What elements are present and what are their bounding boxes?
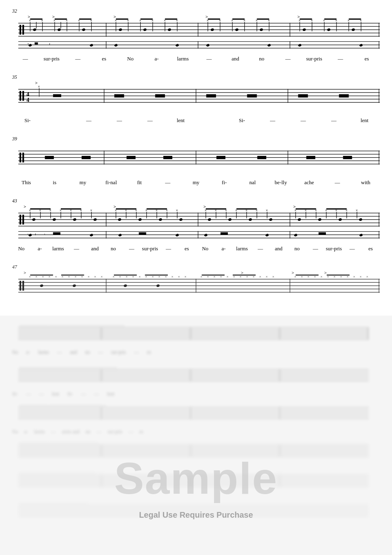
notation-system-2: 4 4 × [12,81,380,114]
lyric-word: — [257,117,288,124]
lyric-word: es [362,245,380,252]
svg-point-99 [175,44,179,47]
svg-point-262 [359,234,363,237]
svg-text:×: × [101,275,103,279]
svg-text:4: 4 [26,97,29,103]
svg-rect-149 [343,156,352,159]
svg-rect-137 [22,153,24,162]
lyric-word: lent [349,117,380,124]
lyric-word: with [351,179,380,186]
svg-point-261 [294,234,298,237]
svg-point-233 [318,218,321,221]
svg-text:×: × [178,275,180,279]
blurred-content-area: × × × × × × × × × × × × × × × × × × × × … [0,316,392,555]
svg-point-60 [259,28,263,31]
svg-point-255 [28,234,32,237]
lyric-word: es [353,56,380,62]
svg-point-235 [359,218,362,221]
svg-point-165 [32,218,36,221]
svg-rect-124 [114,94,124,97]
lyrics-line-2: Si- — — — lent Si- — — — lent [12,116,380,124]
lyric-word: — [196,56,222,62]
svg-text:×: × [355,208,358,213]
svg-text:>: > [24,271,26,275]
svg-text:>: > [52,15,55,19]
lyric-word: This [12,179,41,186]
svg-rect-114 [22,91,24,101]
svg-text:×: × [87,275,90,279]
notation-system-5: > × × × × × × × × × × × × × [12,271,380,295]
svg-point-166 [52,218,56,221]
svg-point-102 [298,44,302,47]
lyric-word: a- [214,245,233,252]
svg-point-103 [359,44,363,47]
svg-rect-155 [19,215,21,224]
svg-point-234 [338,218,342,221]
lyric-word: no [104,245,122,252]
svg-text:>: > [206,15,208,19]
lyric-word: a- [144,56,170,62]
lyric-word: — [122,245,141,252]
svg-text:×: × [266,275,268,279]
svg-rect-125 [155,94,165,97]
measure-number-47: 47 [12,264,380,270]
lyric-word: be-lly [267,179,295,186]
lyric-word: sur-pris [325,245,343,252]
svg-rect-136 [19,153,21,162]
svg-point-258 [175,234,179,237]
svg-point-213 [248,218,252,221]
music-area: 32 [0,0,392,316]
notation-system-4: > × × × × × × × [12,205,380,242]
lyric-word: ache [295,179,323,186]
svg-rect-264 [139,232,146,234]
lyric-word: — [65,56,91,62]
svg-text:×: × [138,275,141,279]
measure-number-39: 39 [12,136,380,142]
notation-system-1: × × × × × × [12,15,380,52]
svg-point-306 [156,284,160,287]
svg-rect-6 [22,25,24,34]
lyrics-line-1: — sur-pris — es No a- larms — and no — s… [12,54,380,62]
lyric-word: — [12,56,39,62]
svg-point-211 [208,218,211,221]
svg-point-167 [73,218,77,221]
svg-text:×: × [266,208,268,213]
measure-number-32: 32 [12,8,380,14]
svg-point-193 [179,218,183,221]
svg-rect-146 [216,156,225,159]
svg-text:×: × [94,275,96,279]
staff-system-47: 47 > × [12,264,380,295]
lyric-word: no [288,245,306,252]
svg-text:>: > [297,15,300,19]
svg-rect-266 [319,232,326,234]
lyric-word: — [251,245,269,252]
svg-point-260 [265,234,269,237]
lyric-word: nal [238,179,267,186]
lyrics-line-3: This is my fi-nal fit — my fi- nal be-ll… [12,178,380,186]
lyric-word: no [248,56,275,62]
svg-point-190 [118,218,121,221]
svg-text:×: × [171,275,174,279]
lyrics-line-4: No a- larms — and no — sur-pris — es No … [12,244,380,252]
lyric-word: — [154,179,182,186]
svg-text:𝄽: 𝄽 [35,233,36,235]
svg-rect-138 [45,156,54,159]
lyric-word: fi- [210,179,238,186]
svg-point-191 [138,218,142,221]
svg-text:× × × × × × × × × × × × × × × : × × × × × × × × × × × × × × × × × × × × … [19,404,106,407]
lyric-word: — [319,117,349,124]
svg-point-304 [73,284,76,287]
svg-rect-273 [22,281,24,290]
lyric-word: — [306,245,325,252]
svg-text:×: × [320,275,323,279]
svg-text:× × × × × × × × × × × × × × × : × × × × × × × × × × × × × × × × × × × × … [19,366,116,370]
lyric-word: — [104,117,135,124]
svg-rect-147 [257,156,266,159]
svg-text:×: × [272,275,274,279]
lyric-word: — [323,179,351,186]
svg-text:×: × [38,84,41,89]
svg-rect-139 [81,156,90,159]
svg-text:×: × [353,275,355,279]
svg-point-232 [298,218,301,221]
svg-rect-5 [19,25,21,34]
